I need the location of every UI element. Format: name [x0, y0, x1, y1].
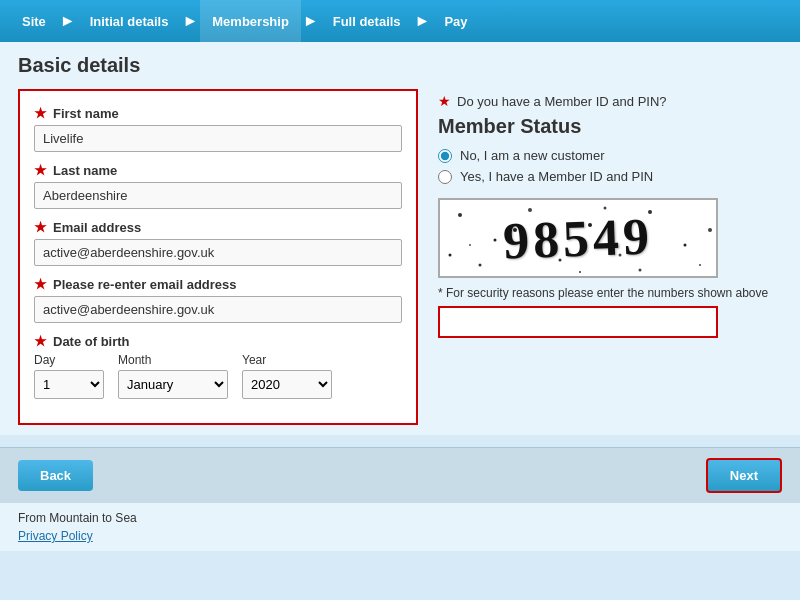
- footer-bar: Back Next: [0, 447, 800, 503]
- nav-arrow-2: ►: [182, 12, 198, 30]
- svg-point-13: [579, 271, 581, 273]
- email-confirm-input[interactable]: [34, 296, 402, 323]
- last-name-input[interactable]: [34, 182, 402, 209]
- svg-point-14: [699, 264, 701, 266]
- captcha-text: 98549: [502, 206, 654, 270]
- member-id-question: ★ Do you have a Member ID and PIN?: [438, 93, 782, 109]
- first-name-group: ★ First name: [34, 105, 402, 152]
- nav-full-details-label: Full details: [333, 14, 401, 29]
- nav-site-label: Site: [22, 14, 46, 29]
- nav-pay[interactable]: Pay: [432, 0, 479, 42]
- question-required-star: ★: [438, 93, 451, 109]
- last-name-group: ★ Last name: [34, 162, 402, 209]
- dob-label: ★ Date of birth: [34, 333, 402, 349]
- first-name-label: ★ First name: [34, 105, 402, 121]
- nav-site[interactable]: Site: [10, 0, 58, 42]
- footer-tagline: From Mountain to Sea: [18, 511, 782, 525]
- last-name-required-star: ★: [34, 162, 47, 178]
- dob-year-select[interactable]: 202420232022 202120202019 201820172016 2…: [242, 370, 332, 399]
- svg-point-9: [479, 264, 482, 267]
- svg-point-15: [449, 254, 452, 257]
- captcha-input[interactable]: [438, 306, 718, 338]
- email-required-star: ★: [34, 219, 47, 235]
- dob-required-star: ★: [34, 333, 47, 349]
- page-content: Basic details ★ First name ★ Last name: [0, 42, 800, 435]
- security-note: * For security reasons please enter the …: [438, 286, 782, 300]
- dob-year-col: Year 202420232022 202120202019 201820172…: [242, 353, 332, 399]
- dob-day-select[interactable]: 1 2345 6789 10111213 14151617 18192021 2…: [34, 370, 104, 399]
- email-confirm-label: ★ Please re-enter email address: [34, 276, 402, 292]
- dob-month-col: Month January FebruaryMarchApril MayJune…: [118, 353, 228, 399]
- back-button[interactable]: Back: [18, 460, 93, 491]
- svg-point-12: [469, 244, 471, 246]
- member-status-panel: ★ Do you have a Member ID and PIN? Membe…: [438, 89, 782, 342]
- dob-group: ★ Date of birth Day 1 2345 6789 10111213…: [34, 333, 402, 399]
- svg-point-8: [708, 228, 712, 232]
- email-label: ★ Email address: [34, 219, 402, 235]
- dob-month-label: Month: [118, 353, 228, 367]
- email-group: ★ Email address: [34, 219, 402, 266]
- first-name-input[interactable]: [34, 125, 402, 152]
- bottom-footer: From Mountain to Sea Privacy Policy: [0, 503, 800, 551]
- member-status-title: Member Status: [438, 115, 782, 138]
- email-confirm-required-star: ★: [34, 276, 47, 292]
- nav-arrow-3: ►: [303, 12, 319, 30]
- radio-new-customer[interactable]: No, I am a new customer: [438, 148, 782, 163]
- svg-point-7: [684, 244, 687, 247]
- dob-day-col: Day 1 2345 6789 10111213 14151617 181920…: [34, 353, 104, 399]
- last-name-label: ★ Last name: [34, 162, 402, 178]
- radio-new-customer-input[interactable]: [438, 149, 452, 163]
- nav-membership[interactable]: Membership: [200, 0, 301, 42]
- nav-pay-label: Pay: [444, 14, 467, 29]
- nav-membership-label: Membership: [212, 14, 289, 29]
- radio-existing-member-input[interactable]: [438, 170, 452, 184]
- navigation-bar: Site ► Initial details ► Membership ► Fu…: [0, 0, 800, 42]
- email-confirm-group: ★ Please re-enter email address: [34, 276, 402, 323]
- svg-point-1: [494, 239, 497, 242]
- first-name-required-star: ★: [34, 105, 47, 121]
- page-title: Basic details: [18, 54, 782, 77]
- radio-existing-member[interactable]: Yes, I have a Member ID and PIN: [438, 169, 782, 184]
- member-status-radio-group: No, I am a new customer Yes, I have a Me…: [438, 148, 782, 184]
- email-input[interactable]: [34, 239, 402, 266]
- svg-point-0: [458, 213, 462, 217]
- dob-day-label: Day: [34, 353, 104, 367]
- captcha-image: 98549: [438, 198, 718, 278]
- privacy-policy-link[interactable]: Privacy Policy: [18, 529, 93, 543]
- dob-month-select[interactable]: January FebruaryMarchApril MayJuneJuly A…: [118, 370, 228, 399]
- nav-arrow-1: ►: [60, 12, 76, 30]
- nav-initial-details-label: Initial details: [90, 14, 169, 29]
- dob-year-label: Year: [242, 353, 332, 367]
- svg-point-11: [639, 269, 642, 272]
- nav-full-details[interactable]: Full details: [321, 0, 413, 42]
- basic-details-form: ★ First name ★ Last name ★ Email address: [18, 89, 418, 425]
- nav-initial-details[interactable]: Initial details: [78, 0, 181, 42]
- nav-arrow-4: ►: [415, 12, 431, 30]
- next-button[interactable]: Next: [706, 458, 782, 493]
- dob-row: Day 1 2345 6789 10111213 14151617 181920…: [34, 353, 402, 399]
- main-area: ★ First name ★ Last name ★ Email address: [18, 89, 782, 425]
